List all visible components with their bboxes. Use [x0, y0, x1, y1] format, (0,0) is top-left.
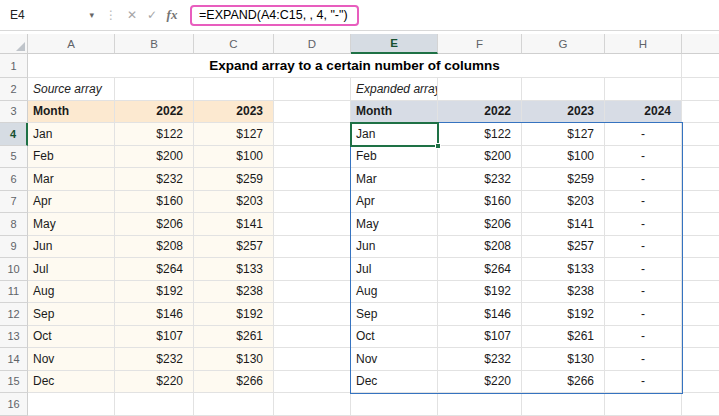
cell-G3[interactable]: 2023 — [522, 101, 605, 124]
column-header-F[interactable]: F — [438, 34, 522, 54]
cell-E16[interactable] — [351, 393, 438, 416]
cell-E2[interactable]: Expanded array — [351, 78, 438, 101]
cell-B16[interactable] — [115, 393, 194, 416]
cell-D6[interactable] — [274, 168, 351, 191]
row-header-5[interactable]: 5 — [0, 146, 28, 169]
cell-G2[interactable] — [522, 78, 605, 101]
cell-H6[interactable]: - — [605, 168, 682, 191]
cell-H13[interactable]: - — [605, 326, 682, 349]
active-cell-selection[interactable] — [350, 122, 439, 147]
cell-D13[interactable] — [274, 326, 351, 349]
row-header-3[interactable]: 3 — [0, 101, 28, 124]
cell-C10[interactable]: $133 — [194, 258, 274, 281]
cell-A13[interactable]: Oct — [28, 326, 115, 349]
cell-D7[interactable] — [274, 191, 351, 214]
cell-G5[interactable]: $100 — [522, 146, 605, 169]
cell-H4[interactable]: - — [605, 123, 682, 146]
cell-E7[interactable]: Apr — [351, 191, 438, 214]
cell-D5[interactable] — [274, 146, 351, 169]
row-header-1[interactable]: 1 — [0, 54, 28, 78]
cell-G9[interactable]: $257 — [522, 236, 605, 259]
cell-E8[interactable]: May — [351, 213, 438, 236]
cell-C12[interactable]: $192 — [194, 303, 274, 326]
cancel-icon[interactable]: ✕ — [122, 8, 142, 22]
column-header-H[interactable]: H — [605, 34, 682, 54]
row-header-6[interactable]: 6 — [0, 168, 28, 191]
cell-E15[interactable]: Dec — [351, 371, 438, 394]
cell-G10[interactable]: $133 — [522, 258, 605, 281]
cell-A9[interactable]: Jun — [28, 236, 115, 259]
cell-A3[interactable]: Month — [28, 101, 115, 124]
cell-F4[interactable]: $122 — [438, 123, 522, 146]
cell-H3[interactable]: 2024 — [605, 101, 682, 124]
cell-F7[interactable]: $160 — [438, 191, 522, 214]
cell-F8[interactable]: $206 — [438, 213, 522, 236]
cell-C8[interactable]: $141 — [194, 213, 274, 236]
cell-B8[interactable]: $206 — [115, 213, 194, 236]
cell-C4[interactable]: $127 — [194, 123, 274, 146]
cell-G8[interactable]: $141 — [522, 213, 605, 236]
cell-A2[interactable]: Source array — [28, 78, 115, 101]
row-header-2[interactable]: 2 — [0, 78, 28, 101]
fill-handle[interactable] — [435, 143, 441, 149]
cell-F3[interactable]: 2022 — [438, 101, 522, 124]
cell-F10[interactable]: $264 — [438, 258, 522, 281]
cell-G15[interactable]: $266 — [522, 371, 605, 394]
cell-A15[interactable]: Dec — [28, 371, 115, 394]
row-header-10[interactable]: 10 — [0, 258, 28, 281]
cell-H5[interactable]: - — [605, 146, 682, 169]
cell-A16[interactable] — [28, 393, 115, 416]
cell-B15[interactable]: $220 — [115, 371, 194, 394]
column-header-E[interactable]: E — [351, 34, 438, 54]
cell-G6[interactable]: $259 — [522, 168, 605, 191]
select-all-corner[interactable] — [0, 34, 28, 54]
cell-A10[interactable]: Jul — [28, 258, 115, 281]
row-header-16[interactable]: 16 — [0, 393, 28, 416]
cell-G7[interactable]: $203 — [522, 191, 605, 214]
cell-H14[interactable]: - — [605, 348, 682, 371]
cell-E13[interactable]: Oct — [351, 326, 438, 349]
cell-B14[interactable]: $232 — [115, 348, 194, 371]
cell-C11[interactable]: $238 — [194, 281, 274, 304]
cell-E5[interactable]: Feb — [351, 146, 438, 169]
cell-H15[interactable]: - — [605, 371, 682, 394]
row-header-7[interactable]: 7 — [0, 191, 28, 214]
cell-C3[interactable]: 2023 — [194, 101, 274, 124]
cell-G13[interactable]: $261 — [522, 326, 605, 349]
cell-B5[interactable]: $200 — [115, 146, 194, 169]
cell-F9[interactable]: $208 — [438, 236, 522, 259]
cell-A7[interactable]: Apr — [28, 191, 115, 214]
column-header-D[interactable]: D — [274, 34, 351, 54]
cell-F13[interactable]: $107 — [438, 326, 522, 349]
cell-E9[interactable]: Jun — [351, 236, 438, 259]
cell-H10[interactable]: - — [605, 258, 682, 281]
cell-A6[interactable]: Mar — [28, 168, 115, 191]
cell-C6[interactable]: $259 — [194, 168, 274, 191]
row-header-4[interactable]: 4 — [0, 123, 28, 146]
formula-input[interactable]: =EXPAND(A4:C15, , 4, "-") — [190, 5, 359, 26]
cell-H11[interactable]: - — [605, 281, 682, 304]
cell-H7[interactable]: - — [605, 191, 682, 214]
row-header-13[interactable]: 13 — [0, 326, 28, 349]
name-box[interactable]: E4 ▾ — [0, 0, 100, 30]
cell-D15[interactable] — [274, 371, 351, 394]
cell-B2[interactable] — [115, 78, 194, 101]
cell-C16[interactable] — [194, 393, 274, 416]
row-header-9[interactable]: 9 — [0, 236, 28, 259]
cell-B7[interactable]: $160 — [115, 191, 194, 214]
row-header-14[interactable]: 14 — [0, 348, 28, 371]
cell-C14[interactable]: $130 — [194, 348, 274, 371]
cell-D4[interactable] — [274, 123, 351, 146]
cell-H9[interactable]: - — [605, 236, 682, 259]
cell-A12[interactable]: Sep — [28, 303, 115, 326]
cell-B9[interactable]: $208 — [115, 236, 194, 259]
cell-B13[interactable]: $107 — [115, 326, 194, 349]
cell-C7[interactable]: $203 — [194, 191, 274, 214]
cell-D2[interactable] — [274, 78, 351, 101]
row-header-15[interactable]: 15 — [0, 371, 28, 394]
row-header-11[interactable]: 11 — [0, 281, 28, 304]
cell-G4[interactable]: $127 — [522, 123, 605, 146]
cell-F5[interactable]: $200 — [438, 146, 522, 169]
cell-G14[interactable]: $130 — [522, 348, 605, 371]
cell-D16[interactable] — [274, 393, 351, 416]
